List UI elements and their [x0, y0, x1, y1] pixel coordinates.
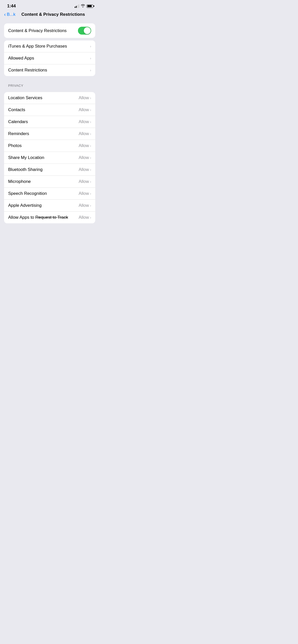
content-restrictions-label: Content Restrictions [8, 68, 47, 73]
content-restrictions-right: › [90, 68, 91, 72]
back-button[interactable]: ‹ B...k [4, 12, 19, 17]
calendars-value: Allow [79, 119, 89, 124]
apple-advertising-right: Allow › [79, 203, 91, 208]
bluetooth-sharing-chevron-icon: › [90, 168, 91, 172]
wifi-icon [81, 4, 85, 8]
calendars-chevron-icon: › [90, 120, 91, 124]
allowed-apps-label: Allowed Apps [8, 56, 34, 61]
reminders-label: Reminders [8, 131, 29, 136]
status-icons [75, 4, 93, 8]
itunes-row-right: › [90, 44, 91, 48]
signal-icon [75, 4, 79, 8]
bluetooth-sharing-row[interactable]: Bluetooth Sharing Allow › [4, 164, 95, 176]
bluetooth-sharing-value: Allow [79, 167, 89, 172]
main-items-section: iTunes & App Store Purchases › Allowed A… [4, 40, 95, 76]
battery-fill [87, 5, 92, 7]
photos-label: Photos [8, 143, 22, 148]
photos-row[interactable]: Photos Allow › [4, 140, 95, 152]
apple-advertising-chevron-icon: › [90, 203, 91, 208]
share-my-location-chevron-icon: › [90, 156, 91, 160]
photos-right: Allow › [79, 143, 91, 148]
allowed-apps-row[interactable]: Allowed Apps › [4, 52, 95, 64]
speech-recognition-row[interactable]: Speech Recognition Allow › [4, 188, 95, 200]
status-bar: 1:44 [0, 0, 99, 10]
itunes-app-store-row[interactable]: iTunes & App Store Purchases › [4, 40, 95, 52]
calendars-row[interactable]: Calendars Allow › [4, 116, 95, 128]
itunes-app-store-label: iTunes & App Store Purchases [8, 44, 67, 49]
calendars-label: Calendars [8, 119, 28, 124]
page-title: Content & Privacy Restrictions [21, 12, 95, 17]
allow-apps-track-right: Allow › [79, 215, 91, 220]
contacts-chevron-icon: › [90, 108, 91, 112]
contacts-label: Contacts [8, 107, 25, 112]
microphone-label: Microphone [8, 179, 31, 184]
share-my-location-label: Share My Location [8, 155, 44, 160]
allow-apps-track-value: Allow [79, 215, 89, 220]
contacts-value: Allow [79, 107, 89, 112]
microphone-row[interactable]: Microphone Allow › [4, 176, 95, 188]
back-label: B...k [7, 12, 16, 17]
battery-icon [87, 5, 93, 8]
location-services-row[interactable]: Location Services Allow › [4, 92, 95, 104]
location-services-chevron-icon: › [90, 96, 91, 100]
speech-recognition-chevron-icon: › [90, 192, 91, 196]
back-chevron-icon: ‹ [4, 11, 6, 17]
share-my-location-value: Allow [79, 155, 89, 160]
microphone-value: Allow [79, 179, 89, 184]
apple-advertising-label: Apple Advertising [8, 203, 42, 208]
nav-bar: ‹ B...k Content & Privacy Restrictions [0, 10, 99, 21]
apple-advertising-row[interactable]: Apple Advertising Allow › [4, 200, 95, 212]
toggle-knob [84, 27, 91, 34]
microphone-right: Allow › [79, 179, 91, 184]
share-my-location-row[interactable]: Share My Location Allow › [4, 152, 95, 164]
allowed-apps-chevron-icon: › [90, 56, 91, 60]
reminders-value: Allow [79, 131, 89, 136]
calendars-right: Allow › [79, 119, 91, 124]
location-services-right: Allow › [79, 95, 91, 100]
privacy-items-section: Location Services Allow › Contacts Allow… [4, 92, 95, 223]
bluetooth-sharing-right: Allow › [79, 167, 91, 172]
reminders-row[interactable]: Reminders Allow › [4, 128, 95, 140]
allowed-apps-right: › [90, 56, 91, 60]
allow-apps-track-label: Allow Apps to Request to Track [8, 215, 68, 220]
photos-chevron-icon: › [90, 144, 91, 148]
itunes-chevron-icon: › [90, 44, 91, 48]
contacts-row[interactable]: Contacts Allow › [4, 104, 95, 116]
location-services-label: Location Services [8, 95, 42, 100]
content-privacy-toggle-row: Content & Privacy Restrictions [4, 23, 95, 38]
contacts-right: Allow › [79, 107, 91, 112]
location-services-value: Allow [79, 95, 89, 100]
bluetooth-sharing-label: Bluetooth Sharing [8, 167, 43, 172]
photos-value: Allow [79, 143, 89, 148]
allow-apps-track-row[interactable]: Allow Apps to Request to Track Allow › [4, 212, 95, 223]
speech-recognition-right: Allow › [79, 191, 91, 196]
allow-apps-track-chevron-icon: › [90, 215, 91, 219]
reminders-right: Allow › [79, 131, 91, 136]
speech-recognition-label: Speech Recognition [8, 191, 47, 196]
content-privacy-toggle[interactable] [78, 27, 91, 35]
privacy-section-label: PRIVACY [0, 79, 99, 90]
status-time: 1:44 [7, 4, 16, 9]
content-restrictions-row[interactable]: Content Restrictions › [4, 64, 95, 76]
content-restrictions-chevron-icon: › [90, 68, 91, 72]
microphone-chevron-icon: › [90, 180, 91, 184]
apple-advertising-value: Allow [79, 203, 89, 208]
toggle-label: Content & Privacy Restrictions [8, 28, 67, 33]
share-my-location-right: Allow › [79, 155, 91, 160]
reminders-chevron-icon: › [90, 132, 91, 136]
speech-recognition-value: Allow [79, 191, 89, 196]
